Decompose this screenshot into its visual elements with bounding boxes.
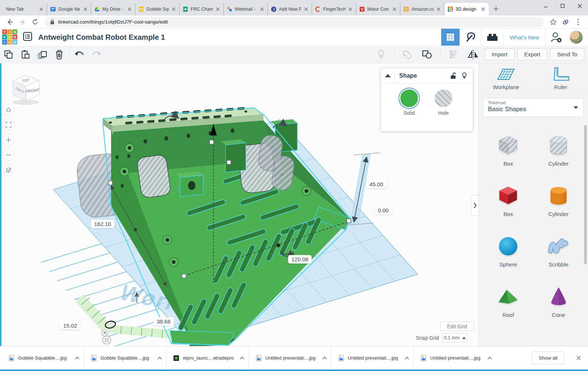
chevron-up-icon[interactable]	[404, 356, 410, 360]
tab-close-icon[interactable]	[392, 7, 397, 12]
shape-cylinder[interactable]: Cylinder	[534, 171, 584, 222]
download-item[interactable]: Gobble Squabble....jpg	[84, 346, 166, 370]
address-field[interactable]: tinkercad.com/things/1vlq9DziJ7F-cool-sa…	[45, 17, 544, 27]
whats-new-link[interactable]: What's New	[504, 34, 545, 40]
dim-ruler-offset-y[interactable]: 15.02	[60, 321, 81, 330]
visibility-toggle-button[interactable]	[459, 72, 470, 80]
shape-library-dropdown[interactable]: Tinkercad Basic Shapes	[483, 98, 584, 117]
home-view-button[interactable]	[3, 104, 14, 116]
chevron-up-icon[interactable]	[487, 356, 492, 360]
redo-button[interactable]	[88, 47, 105, 62]
shape-sphere[interactable]: Sphere	[483, 222, 534, 272]
invite-button[interactable]	[545, 29, 567, 46]
import-button[interactable]: Import	[485, 48, 514, 60]
dim-base-height[interactable]: 0.00	[375, 206, 392, 215]
show-all-downloads-button[interactable]: Show all	[532, 351, 564, 364]
design-properties-button[interactable]	[23, 32, 32, 43]
design-title[interactable]: Antweight Combat Robot Example 1	[38, 33, 165, 42]
download-item[interactable]: Untitled presentati....jpg	[414, 346, 496, 370]
tab-my-drive[interactable]: My Drive -	[91, 3, 135, 15]
tab-google-news[interactable]: Google Ne	[47, 3, 91, 15]
tab-new-tab[interactable]: New Tab	[3, 3, 47, 15]
tab-gobble-squ[interactable]: Gobble Squ	[135, 3, 180, 15]
avatar[interactable]	[570, 31, 583, 44]
tab-3d-design-active[interactable]: 3D design	[444, 3, 489, 15]
dim-width[interactable]: 120.08	[288, 255, 312, 264]
copy-button[interactable]	[0, 47, 17, 62]
hole-option[interactable]: Hole	[430, 89, 457, 116]
ungroup-button[interactable]	[419, 47, 436, 62]
sidebar-scrollbar[interactable]	[584, 125, 587, 264]
tab-frc-champ[interactable]: FRC Champ	[180, 3, 224, 15]
download-item[interactable]: etpro_launc....etradepro	[166, 346, 249, 370]
tab-add-new[interactable]: Add New P	[268, 3, 312, 15]
tab-close-icon[interactable]	[171, 7, 176, 12]
chevron-up-icon[interactable]	[75, 356, 80, 360]
minimize-button[interactable]	[537, 0, 554, 12]
close-button[interactable]	[571, 0, 588, 12]
chevron-up-icon[interactable]	[322, 356, 327, 360]
tab-close-icon[interactable]	[259, 7, 265, 12]
shape-scribble[interactable]: Scribble	[534, 222, 584, 272]
dim-edge-length[interactable]: 162.10	[91, 220, 114, 228]
paste-button[interactable]	[17, 47, 34, 62]
shape-text-partial[interactable]: TEXT	[534, 322, 584, 346]
download-item[interactable]: Untitled presentati....jpg	[331, 346, 414, 370]
shape-round-roof-partial[interactable]	[483, 322, 534, 346]
tab-close-icon[interactable]	[127, 7, 132, 12]
new-tab-button[interactable]	[491, 4, 501, 14]
undo-button[interactable]	[71, 47, 88, 62]
duplicate-button[interactable]	[34, 47, 51, 62]
back-button[interactable]	[4, 17, 16, 28]
collapse-inspector-button[interactable]	[381, 68, 395, 84]
tab-webmail[interactable]: Webmail -	[224, 3, 268, 15]
reload-button[interactable]	[29, 17, 41, 28]
tab-close-icon[interactable]	[436, 7, 441, 12]
zoom-out-button[interactable]	[3, 149, 14, 161]
tab-fingertech[interactable]: FingerTech	[312, 3, 356, 15]
perspective-toggle-button[interactable]	[3, 164, 14, 176]
browser-menu-button[interactable]	[572, 17, 584, 28]
shape-roof[interactable]: Roof	[483, 272, 534, 322]
tab-close-icon[interactable]	[39, 7, 44, 12]
tab-close-icon[interactable]	[481, 7, 486, 12]
tab-amazon[interactable]: Amazon.co	[400, 3, 444, 15]
tinkercad-logo[interactable]: TIN KER CAD	[2, 29, 18, 45]
download-item[interactable]: Untitled presentati....jpg	[249, 346, 331, 370]
minecraft-mode-button[interactable]	[460, 29, 481, 46]
edit-grid-button[interactable]: Edit Grid	[440, 322, 474, 331]
workplane-tool[interactable]: Workplane	[479, 63, 534, 94]
tab-motor-con[interactable]: Motor Con	[356, 3, 400, 15]
chevron-up-icon[interactable]	[157, 356, 162, 360]
bookmark-star-button[interactable]	[547, 17, 559, 28]
view-cube[interactable]: TOP LEFT FRONT	[7, 71, 44, 106]
dim-ruler-offset-x[interactable]: 38.66	[153, 317, 174, 326]
delete-button[interactable]	[51, 47, 68, 62]
shape-box[interactable]: Box	[483, 171, 534, 222]
send-to-button[interactable]: Send To	[550, 48, 584, 60]
shape-box-hole[interactable]: Box	[483, 121, 534, 171]
dashboard-button[interactable]	[441, 29, 460, 46]
group-button[interactable]	[399, 47, 416, 62]
tab-close-icon[interactable]	[83, 7, 88, 12]
show-all-hidden-button[interactable]	[373, 47, 390, 62]
maximize-button[interactable]	[554, 0, 571, 12]
download-item[interactable]: Gobble Squabble....jpg	[1, 346, 84, 370]
viewport-3d[interactable]: Workplane	[0, 63, 478, 346]
tab-close-icon[interactable]	[304, 7, 309, 12]
brick-mode-button[interactable]	[481, 29, 503, 46]
ruler-tool-button[interactable]: Ruler	[534, 63, 588, 94]
shape-cylinder-hole[interactable]: Cylinder	[534, 121, 584, 171]
dim-height[interactable]: 45.00	[366, 180, 387, 188]
tab-close-icon[interactable]	[348, 7, 353, 12]
solid-option[interactable]: Solid	[396, 89, 422, 116]
fit-view-button[interactable]	[3, 119, 14, 131]
lock-toggle-button[interactable]	[448, 72, 459, 80]
collapse-sidebar-handle[interactable]	[471, 195, 478, 216]
mirror-button[interactable]	[465, 47, 482, 62]
extension-button[interactable]	[559, 17, 572, 28]
zoom-in-button[interactable]	[3, 134, 14, 146]
robot-model[interactable]	[103, 107, 350, 346]
align-button[interactable]	[445, 47, 462, 62]
close-downloads-bar-button[interactable]	[571, 356, 586, 360]
